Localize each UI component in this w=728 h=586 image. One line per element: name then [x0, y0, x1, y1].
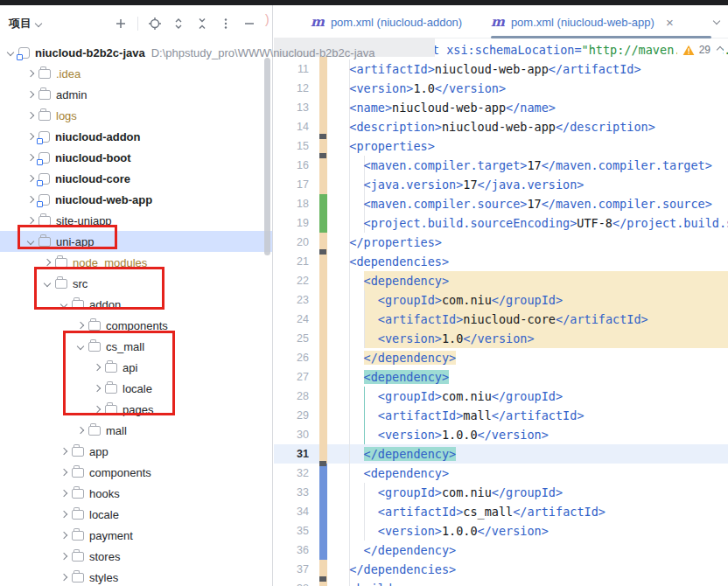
line-number[interactable]: 23 [274, 290, 319, 310]
line-number[interactable]: 30 [274, 425, 319, 444]
code-line-13[interactable]: 13 <name>niucloud-web-app</name> [274, 98, 728, 117]
chevron-right-icon[interactable] [60, 574, 66, 581]
hide-icon[interactable] [242, 17, 256, 31]
line-number[interactable]: 18 [274, 194, 319, 213]
chevron-right-icon[interactable] [76, 427, 83, 434]
code-editor[interactable]: <project xsi:schemaLocation="http://mave… [274, 40, 728, 586]
line-number[interactable]: 13 [274, 98, 319, 117]
line-number[interactable]: 26 [274, 348, 319, 367]
collapse-all-icon[interactable] [195, 17, 209, 31]
line-number[interactable]: 25 [274, 329, 319, 348]
tree-item-admin[interactable]: admin [0, 84, 272, 105]
tree-item-mall[interactable]: mall [0, 420, 272, 441]
line-number[interactable]: 31 [274, 444, 319, 464]
line-number[interactable]: 36 [274, 541, 319, 560]
tree-item-app[interactable]: app [0, 441, 272, 462]
code-line-22[interactable]: 22 <dependency> [274, 271, 728, 290]
code-line-37[interactable]: 37 </dependencies> [274, 560, 728, 579]
code-line-33[interactable]: 33 <groupId>com.niu</groupId> [274, 483, 728, 502]
chevron-right-icon[interactable] [26, 133, 33, 140]
chevron-right-icon[interactable] [43, 259, 50, 266]
tree-item-niucloud-web-app[interactable]: niucloud-web-app [0, 189, 272, 210]
code-line-14[interactable]: 14 <description>niucloud-web-app</descri… [274, 117, 728, 136]
tree-item-locale[interactable]: locale [0, 504, 272, 525]
code-line-35[interactable]: 35 <version>1.0.0</version> [274, 521, 728, 541]
locate-icon[interactable] [148, 17, 162, 31]
line-number[interactable]: 19 [274, 213, 319, 233]
code-line-32[interactable]: 32 <dependency> [274, 464, 728, 483]
close-icon[interactable]: × [666, 15, 674, 30]
tree-root-niucloud-b2b2c-java[interactable]: niucloud-b2b2c-javaD:\phpstudy_pro\WWW\n… [0, 42, 490, 63]
line-number[interactable]: 32 [274, 464, 319, 483]
line-number[interactable]: 28 [274, 387, 319, 406]
line-number[interactable]: 16 [274, 156, 319, 175]
chevron-right-icon[interactable] [26, 217, 33, 224]
code-line-26[interactable]: 26 </dependency> [274, 348, 728, 367]
more-icon[interactable] [219, 17, 233, 31]
line-number[interactable]: 14 [274, 117, 319, 136]
tree-scrollbar[interactable] [264, 58, 270, 255]
line-number[interactable]: 17 [274, 175, 319, 194]
chevron-right-icon[interactable] [26, 112, 33, 119]
code-line-31[interactable]: 31 </dependency> [274, 444, 728, 464]
chevron-right-icon[interactable] [60, 553, 66, 560]
tree-item-hooks[interactable]: hooks [0, 483, 272, 504]
chevron-right-icon[interactable] [60, 469, 66, 476]
code-line-25[interactable]: 25 <version>1.0</version> [274, 329, 728, 348]
line-number[interactable]: 33 [274, 483, 319, 502]
project-panel-title[interactable]: 项目 [9, 16, 32, 31]
code-line-38[interactable]: 38 <build> [274, 579, 728, 586]
tree-item-niucloud-boot[interactable]: niucloud-boot [0, 147, 272, 168]
tab-list-chevron-down-icon[interactable] [713, 17, 720, 24]
warning-widget[interactable]: 29 [677, 40, 723, 59]
line-number[interactable]: 34 [274, 502, 319, 521]
code-line-23[interactable]: 23 <groupId>com.niu</groupId> [274, 290, 728, 310]
chevron-down-icon[interactable] [6, 49, 13, 56]
chevron-right-icon[interactable] [60, 448, 66, 455]
code-line-29[interactable]: 29 <artifactId>mall</artifactId> [274, 406, 728, 425]
code-line-30[interactable]: 30 <version>1.0.0</version> [274, 425, 728, 444]
tree-item-logs[interactable]: logs [0, 105, 272, 126]
line-number[interactable]: 15 [274, 136, 319, 156]
code-line-21[interactable]: 21 <dependencies> [274, 252, 728, 271]
line-number[interactable]: 29 [274, 406, 319, 425]
tree-item-components[interactable]: components [0, 462, 272, 483]
tree-item-niucloud-addon[interactable]: niucloud-addon [0, 126, 272, 147]
code-line-24[interactable]: 24 <artifactId>niucloud-core</artifactId… [274, 310, 728, 329]
tab-pom-niucloud-web-app[interactable]: m pom.xml (niucloud-web-app) × [491, 5, 674, 38]
chevron-down-icon[interactable] [35, 20, 42, 27]
tree-item--idea[interactable]: .idea [0, 63, 272, 84]
line-number[interactable]: 24 [274, 310, 319, 329]
code-line-20[interactable]: 20 </properties> [274, 233, 728, 252]
chevron-right-icon[interactable] [76, 322, 83, 329]
line-number[interactable]: 21 [274, 252, 319, 271]
chevron-right-icon[interactable] [26, 175, 33, 182]
code-line-12[interactable]: 12 <version>1.0</version> [274, 79, 728, 98]
tree-item-niucloud-core[interactable]: niucloud-core [0, 168, 272, 189]
chevron-right-icon[interactable] [60, 532, 66, 539]
code-line-16[interactable]: 16 <maven.compiler.target>17</maven.comp… [274, 156, 728, 175]
line-number[interactable]: 27 [274, 367, 319, 387]
code-line-36[interactable]: 36 </dependency> [274, 541, 728, 560]
chevron-right-icon[interactable] [26, 154, 33, 161]
line-number[interactable]: 38 [274, 579, 319, 586]
tree-item-styles[interactable]: styles [0, 567, 272, 586]
line-number[interactable]: 37 [274, 560, 319, 579]
code-line-34[interactable]: 34 <artifactId>cs_mall</artifactId> [274, 502, 728, 521]
line-number[interactable]: 35 [274, 521, 319, 541]
tree-item-payment[interactable]: payment [0, 525, 272, 546]
code-line-15[interactable]: 15 <properties> [274, 136, 728, 156]
code-line-18[interactable]: 18 <maven.compiler.source>17</maven.comp… [274, 194, 728, 213]
code-line-28[interactable]: 28 <groupId>com.niu</groupId> [274, 387, 728, 406]
code-line-27[interactable]: 27 <dependency> [274, 367, 728, 387]
line-number[interactable]: 20 [274, 233, 319, 252]
code-line-17[interactable]: 17 <java.version>17</java.version> [274, 175, 728, 194]
line-number[interactable]: 12 [274, 79, 319, 98]
expand-all-icon[interactable] [172, 17, 186, 31]
chevron-right-icon[interactable] [26, 91, 33, 98]
tab-pom-niucloud-addon[interactable]: m pom.xml (niucloud-addon) [311, 5, 462, 38]
chevron-right-icon[interactable] [26, 70, 33, 77]
tree-item-stores[interactable]: stores [0, 546, 272, 567]
chevron-right-icon[interactable] [60, 511, 66, 518]
line-number[interactable]: 22 [274, 271, 319, 290]
